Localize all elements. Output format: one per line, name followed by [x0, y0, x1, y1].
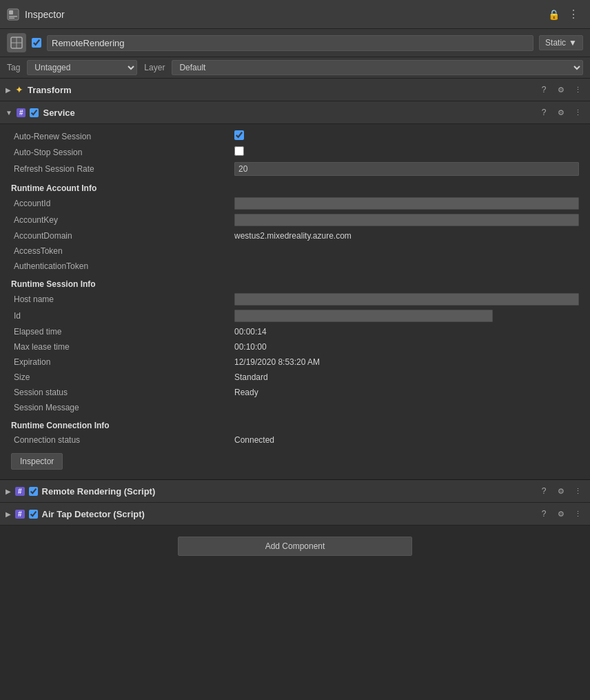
auto-stop-session-label: Auto-Stop Session [14, 148, 234, 157]
account-domain-label: AccountDomain [14, 231, 234, 241]
service-section-header[interactable]: ▼ # Service ? ⚙ ⋮ [0, 101, 590, 124]
host-name-input[interactable] [234, 293, 579, 306]
authentication-token-row: AuthenticationToken [0, 259, 590, 274]
service-help-button[interactable]: ? [537, 106, 551, 119]
auto-stop-session-checkbox[interactable] [234, 146, 244, 156]
session-id-row: Id [0, 308, 590, 324]
air-tap-detector-script-menu-button[interactable]: ⋮ [571, 508, 584, 520]
air-tap-detector-script-settings-button[interactable]: ⚙ [555, 508, 567, 520]
transform-title: Transform [28, 85, 72, 95]
title-bar: Inspector 🔒 ⋮ [0, 0, 590, 29]
add-component-button[interactable]: Add Component [178, 537, 412, 556]
account-key-input[interactable] [234, 214, 579, 226]
auto-renew-session-checkbox[interactable] [234, 130, 244, 140]
remote-rendering-script-arrow-icon: ▶ [6, 488, 11, 495]
account-key-row: AccountKey [0, 212, 590, 228]
runtime-connection-info-title: Runtime Connection Info [0, 415, 590, 432]
air-tap-detector-script-header[interactable]: ▶ # Air Tap Detector (Script) ? ⚙ ⋮ [0, 503, 590, 526]
transform-settings-button[interactable]: ⚙ [555, 84, 567, 96]
object-header: Static ▼ [0, 29, 590, 57]
account-domain-row: AccountDomain westus2.mixedreality.azure… [0, 228, 590, 243]
max-lease-time-label: Max lease time [14, 342, 234, 352]
layer-select[interactable]: Default [172, 60, 583, 75]
service-enabled-checkbox[interactable] [30, 108, 39, 117]
connection-status-value: Connected [234, 435, 579, 445]
remote-rendering-script-title: Remote Rendering (Script) [42, 486, 156, 497]
title-bar-text: Inspector [25, 9, 65, 20]
auto-renew-session-label: Auto-Renew Session [14, 132, 234, 141]
max-lease-time-value: 00:10:00 [234, 342, 579, 352]
remote-rendering-script-help-button[interactable]: ? [537, 484, 551, 498]
account-id-row: AccountId [0, 195, 590, 212]
access-token-label: AccessToken [14, 246, 234, 256]
air-tap-detector-script-arrow-icon: ▶ [6, 510, 11, 518]
elapsed-time-label: Elapsed time [14, 327, 234, 337]
service-component-body: Auto-Renew Session Auto-Stop Session Ref… [0, 124, 590, 480]
refresh-session-rate-label: Refresh Session Rate [14, 164, 234, 174]
runtime-session-info-title: Runtime Session Info [0, 274, 590, 291]
session-message-label: Session Message [14, 403, 234, 412]
transform-help-button[interactable]: ? [537, 83, 551, 97]
transform-color-icon: ✦ [15, 84, 23, 95]
account-domain-value: westus2.mixedreality.azure.com [234, 231, 352, 241]
remote-rendering-script-hash-icon: # [15, 487, 25, 496]
auto-stop-session-row: Auto-Stop Session [0, 144, 590, 160]
size-row: Size Standard [0, 370, 590, 385]
menu-button[interactable]: ⋮ [564, 5, 583, 23]
service-menu-button[interactable]: ⋮ [571, 107, 584, 119]
air-tap-detector-script-checkbox[interactable] [29, 510, 38, 519]
authentication-token-label: AuthenticationToken [14, 261, 234, 271]
refresh-session-rate-row: Refresh Session Rate [0, 160, 590, 178]
session-status-row: Session status Ready [0, 385, 590, 400]
object-enabled-checkbox[interactable] [32, 38, 41, 48]
connection-status-row: Connection status Connected [0, 432, 590, 448]
size-label: Size [14, 372, 234, 382]
expiration-row: Expiration 12/19/2020 8:53:20 AM [0, 354, 590, 370]
remote-rendering-script-checkbox[interactable] [29, 487, 38, 496]
svg-rect-1 [9, 10, 13, 14]
service-settings-button[interactable]: ⚙ [555, 107, 567, 119]
connection-status-label: Connection status [14, 435, 234, 445]
static-dropdown[interactable]: Static ▼ [539, 35, 583, 50]
session-message-row: Session Message [0, 400, 590, 415]
tag-layer-row: Tag Untagged Layer Default [0, 57, 590, 79]
runtime-account-info-title: Runtime Account Info [0, 178, 590, 195]
session-id-input[interactable] [234, 310, 493, 322]
air-tap-detector-script-help-button[interactable]: ? [537, 507, 551, 521]
session-status-value: Ready [234, 388, 579, 397]
inspector-button[interactable]: Inspector [11, 453, 63, 470]
air-tap-detector-script-title: Air Tap Detector (Script) [42, 509, 145, 519]
svg-rect-2 [9, 16, 17, 17]
object-icon [7, 33, 26, 52]
host-name-label: Host name [14, 294, 234, 304]
remote-rendering-script-settings-button[interactable]: ⚙ [555, 486, 567, 497]
inspector-window-icon [7, 8, 19, 21]
refresh-session-rate-input[interactable] [234, 162, 579, 176]
elapsed-time-row: Elapsed time 00:00:14 [0, 324, 590, 339]
transform-arrow-icon: ▶ [6, 86, 11, 94]
object-name-input[interactable] [47, 35, 533, 51]
max-lease-time-row: Max lease time 00:10:00 [0, 339, 590, 354]
remote-rendering-script-header[interactable]: ▶ # Remote Rendering (Script) ? ⚙ ⋮ [0, 480, 590, 503]
size-value: Standard [234, 372, 579, 382]
air-tap-detector-script-hash-icon: # [15, 510, 25, 519]
session-status-label: Session status [14, 388, 234, 397]
account-id-input[interactable] [234, 197, 579, 210]
tag-select[interactable]: Untagged [27, 60, 137, 75]
service-title: Service [43, 108, 74, 118]
lock-button[interactable]: 🔒 [544, 6, 564, 23]
expiration-value: 12/19/2020 8:53:20 AM [234, 357, 579, 367]
account-id-label: AccountId [14, 199, 234, 208]
session-id-label: Id [14, 311, 234, 321]
remote-rendering-script-menu-button[interactable]: ⋮ [571, 486, 584, 497]
layer-label: Layer [144, 63, 165, 72]
service-arrow-icon: ▼ [6, 109, 12, 117]
transform-menu-button[interactable]: ⋮ [571, 84, 584, 96]
access-token-row: AccessToken [0, 243, 590, 259]
host-name-row: Host name [0, 291, 590, 308]
auto-renew-session-row: Auto-Renew Session [0, 128, 590, 144]
svg-rect-3 [9, 17, 14, 19]
tag-label: Tag [7, 63, 20, 72]
expiration-label: Expiration [14, 357, 234, 367]
transform-section-header[interactable]: ▶ ✦ Transform ? ⚙ ⋮ [0, 79, 590, 101]
